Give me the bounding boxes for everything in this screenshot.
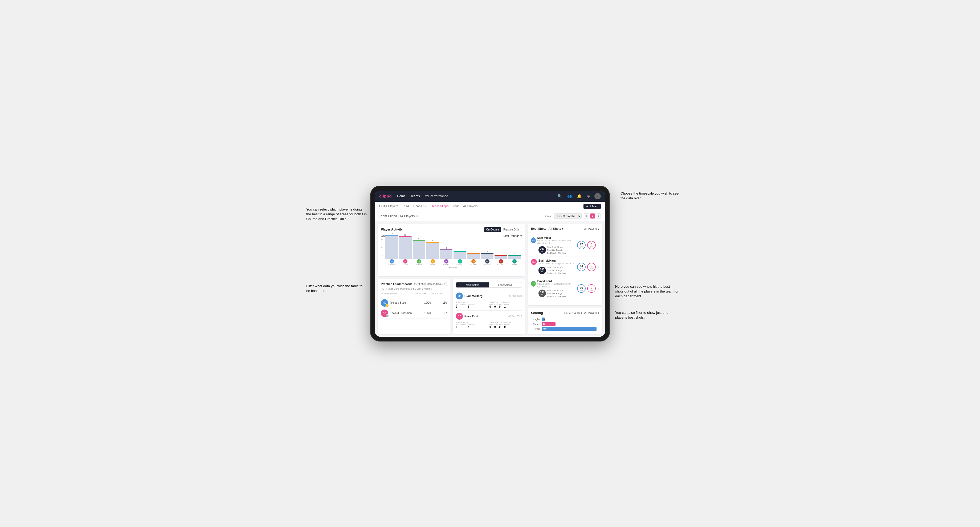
tab-all-players[interactable]: All Players: [463, 202, 477, 210]
bar-col-0[interactable]: 13BMB. McHarg: [385, 232, 398, 265]
plus-icon[interactable]: ⊕: [586, 193, 591, 199]
shot-details-3: 198 SG Shot Dist: 16 ydsStart Lie: Rough…: [538, 289, 575, 298]
lb-avatar-ec: EC 2: [381, 310, 388, 317]
shot-row-3[interactable]: DF David Ford 24 Aug 2023 · Royal North …: [531, 277, 599, 300]
nav-teams[interactable]: Teams: [410, 193, 420, 199]
all-shots-tab[interactable]: All Shots ▾: [548, 227, 563, 231]
arg-label-1: ARG: [499, 303, 503, 305]
shot-avatar-bm: BM: [531, 259, 537, 265]
add-team-button[interactable]: Add Team: [584, 204, 601, 209]
nav-home[interactable]: Home: [397, 193, 406, 199]
par-filter[interactable]: Par 3, 4 & 5s ▾: [564, 311, 582, 314]
lb-drill-select[interactable]: PUTT Must Make Putting ... ▾: [413, 282, 447, 286]
team-header: Team Clippd | 14 Players ✏ Show: Last 3 …: [375, 211, 605, 221]
annotation-best-shots: Here you can see who's hit the best shot…: [615, 284, 679, 299]
bar-avatar-4: EE: [444, 259, 449, 264]
practice-toggle[interactable]: Practice Drills: [501, 227, 522, 232]
app-logo: clippd: [379, 194, 392, 198]
rounds-stats-1: Tournament 7 Practice 6: [456, 303, 488, 308]
active-player-header-1: BM Blair McHarg 26 Aug 2023: [456, 292, 522, 300]
pars-bar: 499: [542, 327, 597, 331]
bar-col-7[interactable]: 3MMM. Miller: [481, 251, 493, 265]
shot-row-2[interactable]: BM Blair McHarg 23 Jul 2023 · Ashridge G…: [531, 257, 599, 277]
most-active-btn[interactable]: Most Active: [456, 283, 489, 287]
bar-rect-3: [426, 242, 439, 259]
arg-val-1: 0: [499, 305, 503, 308]
bar-col-9[interactable]: 2LRL. Robertson: [508, 252, 521, 265]
metric-dist-2: 43 yds: [577, 263, 585, 271]
shot-chevron-1[interactable]: ›: [598, 243, 599, 247]
active-player-name-1: Blair McHarg: [465, 294, 482, 298]
least-active-btn[interactable]: Least Active: [489, 283, 522, 287]
scoring-bars: Eagles 3 Birdies 96: [531, 317, 599, 331]
shot-player-name-2: Blair McHarg: [538, 259, 574, 262]
x-axis-label: Players: [384, 266, 522, 269]
tab-hcaps[interactable]: Hcaps 1-5: [413, 202, 427, 210]
arg-val-2: 0: [499, 325, 503, 329]
grid-view-btn[interactable]: ⊞: [584, 213, 589, 219]
practice-activities-1: GTT 0 APP 0: [490, 303, 522, 308]
on-course-toggle[interactable]: On Course: [484, 227, 501, 232]
bell-icon[interactable]: 🔔: [576, 193, 583, 199]
bar-col-6[interactable]: 3RBR. Butler: [467, 251, 480, 265]
tab-tour[interactable]: Tour: [453, 202, 458, 210]
shot-chevron-3[interactable]: ›: [598, 286, 599, 290]
total-rounds-label-1: Total Rounds: [456, 301, 488, 303]
bar-val-1: 12: [404, 234, 406, 236]
edit-icon[interactable]: ✏: [416, 214, 419, 218]
nav-icons: 🔍 👥 🔔 ⊕ U: [556, 193, 601, 199]
shot-avatar-df: DF: [531, 281, 536, 287]
bs-tabs: Best Shots All Shots ▾: [531, 227, 563, 231]
shot-player-header-3: DF David Ford 24 Aug 2023 · Royal North …: [531, 279, 575, 288]
lb-col-score: PB SCORE: [415, 292, 431, 295]
bar-col-5[interactable]: 4GBG. Billingham: [453, 249, 466, 265]
list-view-btn[interactable]: ≡: [596, 213, 601, 219]
bar-avatar-7: MM: [485, 259, 490, 264]
tournament-label-2: Tournament: [456, 324, 466, 325]
player-activity-card: Player Activity On Course Practice Drill…: [378, 224, 525, 276]
shot-chevron-2[interactable]: ›: [598, 265, 599, 269]
shot-location-2: 23 Jul 2023 · Ashridge GC, Hole 15: [538, 262, 574, 265]
bar-col-2[interactable]: 10DFD. Ford: [413, 237, 425, 265]
time-filter-select[interactable]: Last 3 months Last month Last 6 months L…: [554, 213, 582, 219]
lb-player-info-2: EC 2 Edward Crossman: [381, 310, 415, 317]
bar-val-6: 3: [473, 251, 474, 253]
bar-col-3[interactable]: 9JCJ. Coles: [426, 239, 439, 265]
lb-player-info: RB 1 Richard Butler: [381, 299, 415, 306]
shot-row-1[interactable]: MM Matt Miller 09 Jun 2023 · Royal North…: [531, 234, 599, 257]
lb-rank-badge-1: 1: [386, 304, 389, 307]
scoring-players-filter[interactable]: All Players ▾: [584, 311, 599, 314]
card-view-btn[interactable]: ♥: [590, 213, 595, 219]
bar-col-4[interactable]: 5EEE. Ebert: [440, 247, 452, 265]
people-icon[interactable]: 👥: [566, 193, 573, 199]
bar-col-8[interactable]: 2ECE. Crossman: [495, 252, 507, 265]
shot-player-info-1: MM Matt Miller 09 Jun 2023 · Royal North…: [531, 236, 575, 255]
scoring-title: Scoring: [531, 311, 543, 315]
y-label-10: 10: [381, 246, 383, 249]
tournament-val-1: 7: [456, 305, 466, 308]
bar-rect-1: [399, 237, 412, 259]
tab-pgat-players[interactable]: PGAT Players: [379, 202, 398, 210]
bar-name-4: E. Ebert: [444, 264, 449, 265]
best-shots-tab[interactable]: Best Shots: [531, 227, 546, 231]
bar-rect-6: [467, 253, 480, 259]
nav-my-performance[interactable]: My Performance: [425, 193, 448, 199]
annotation-timescale: Choose the timescale you wish to see the…: [620, 191, 679, 201]
bar-val-5: 4: [460, 249, 460, 251]
bar-avatar-0: BM: [390, 259, 394, 264]
bar-name-5: G. Billingham: [456, 264, 464, 265]
bar-avatar-2: DF: [417, 259, 421, 264]
tab-team-clippd[interactable]: Team Clippd: [432, 202, 449, 210]
tab-pga[interactable]: PGA: [402, 202, 409, 210]
birdies-label: Birdies: [531, 323, 540, 325]
lb-player-name-1: Richard Butler: [390, 301, 407, 304]
all-players-filter[interactable]: All Players ▾: [584, 227, 599, 230]
shot-details-1: 200 SG Shot Dist: 67 ydsStart Lie: Rough…: [538, 246, 575, 255]
total-rounds-dropdown[interactable]: Total Rounds ▾: [503, 234, 522, 237]
user-avatar[interactable]: U: [594, 193, 601, 199]
search-icon[interactable]: 🔍: [556, 193, 563, 199]
total-practice-label-2: Total Practice Activities: [490, 321, 522, 324]
bar-col-1[interactable]: 12BBB. Britt: [399, 234, 412, 265]
active-player-row-1: BM Blair McHarg 26 Aug 2023 Total Rounds: [456, 290, 522, 311]
player-activity-title: Player Activity: [381, 227, 402, 231]
